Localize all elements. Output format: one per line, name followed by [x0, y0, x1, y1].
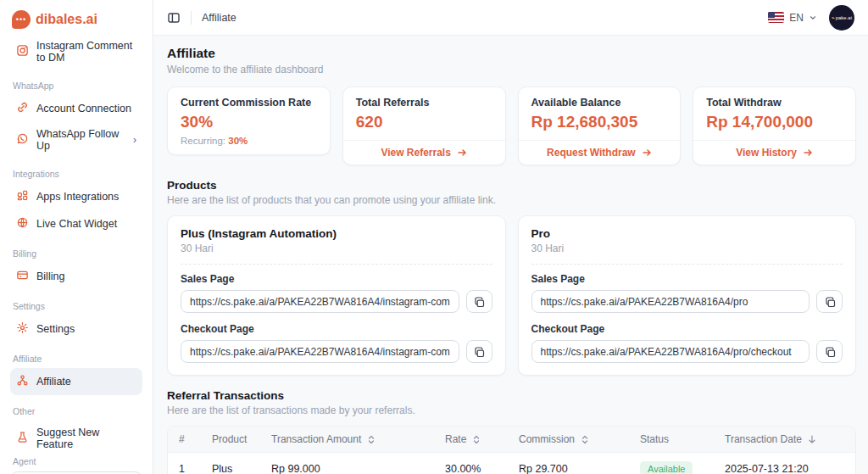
sidebar-item-label: Apps Integrations [36, 191, 119, 203]
stat-label: Total Withdraw [706, 97, 843, 109]
sidebar-item-label: WhatsApp Follow Up [36, 128, 125, 152]
checkout-page-url-input[interactable] [531, 340, 810, 363]
dashed-divider [181, 264, 492, 265]
sidebar-item-apps-integrations[interactable]: Apps Integrations [10, 183, 142, 210]
sidebar-section-integrations: Integrations [13, 169, 140, 179]
products-subtitle: Here are the list of products that you c… [167, 194, 856, 206]
table-row[interactable]: 1 Plus Rp 99.000 30.00% Rp 29.700 Availa… [168, 453, 855, 474]
dashed-divider [531, 264, 843, 265]
sort-icon[interactable] [580, 434, 590, 444]
sidebar-item-billing[interactable]: Billing [10, 263, 142, 290]
agent-label: Agent [13, 456, 140, 466]
sidebar-section-billing: Billing [13, 248, 140, 259]
chevron-right-icon: › [133, 135, 136, 145]
sidebar-item-label: Billing [36, 270, 64, 282]
view-referrals-link[interactable]: View Referrals [343, 140, 505, 165]
page-content: Affiliate Welcome to the affiliate dashb… [153, 36, 868, 474]
stat-value: 620 [356, 113, 492, 131]
arrow-right-icon [457, 148, 467, 158]
sales-page-url-input[interactable] [531, 290, 810, 313]
page-subtitle: Welcome to the affiliate dashboard [167, 64, 856, 75]
sales-page-label: Sales Page [181, 273, 492, 285]
link-icon [16, 101, 29, 116]
transactions-table: # Product Transaction Amount Rate Commis… [167, 426, 856, 474]
copy-button[interactable] [816, 340, 843, 363]
table-header-row: # Product Transaction Amount Rate Commis… [168, 427, 855, 453]
sort-desc-icon[interactable] [807, 434, 817, 444]
topbar-divider [191, 11, 192, 25]
product-card-plus: Plus (Instagram Automation) 30 Hari Sale… [167, 215, 506, 376]
sidebar-item-label: Instagram Comment to DM [36, 40, 136, 64]
copy-button[interactable] [466, 290, 492, 313]
agent-section: Agent Siska - Pake AI [10, 456, 142, 474]
request-withdraw-link[interactable]: Request Withdraw [519, 140, 681, 165]
col-header-num: # [168, 427, 203, 453]
product-duration: 30 Hari [531, 243, 843, 254]
sidebar-item-label: Settings [36, 323, 75, 335]
copy-button[interactable] [466, 340, 492, 363]
avatar[interactable]: ⌁pake.ai [829, 5, 854, 31]
sidebar-item-suggest-new-feature[interactable]: Suggest New Feature [10, 421, 142, 456]
col-header-rate: Rate [437, 427, 510, 453]
stat-card-balance: Available Balance Rp 12,680,305 Request … [518, 86, 682, 165]
checkout-page-label: Checkout Page [181, 323, 492, 335]
sales-page-label: Sales Page [531, 273, 843, 285]
sidebar-item-live-chat-widget[interactable]: Live Chat Widget [10, 210, 142, 237]
sidebar-item-label: Suggest New Feature [36, 427, 136, 450]
sidebar-section-affiliate: Affiliate [13, 354, 140, 364]
cell-amount: Rp 99.000 [263, 453, 437, 474]
sidebar-item-settings[interactable]: Settings [10, 315, 142, 343]
sort-icon[interactable] [366, 434, 376, 444]
breadcrumb: Affiliate [202, 12, 236, 24]
col-header-product: Product [203, 427, 263, 453]
stat-label: Current Commission Rate [181, 97, 317, 109]
sidebar-item-label: Account Connection [36, 103, 131, 114]
sidebar-toggle-button[interactable] [167, 11, 181, 25]
brand-logo-icon: ••• [12, 10, 31, 29]
sidebar-section-whatsapp: WhatsApp [13, 81, 140, 91]
chevron-down-icon [809, 14, 817, 22]
stat-card-withdraw: Total Withdraw Rp 14,700,000 View Histor… [693, 86, 856, 165]
sidebar-item-whatsapp-follow-up[interactable]: WhatsApp Follow Up › [10, 122, 142, 158]
cell-num: 1 [168, 453, 203, 474]
stat-label: Available Balance [531, 97, 668, 109]
cell-date: 2025-07-13 21:20 [716, 453, 855, 474]
cell-commission: Rp 29.700 [510, 453, 632, 474]
view-history-link[interactable]: View History [693, 140, 855, 165]
sales-page-url-input[interactable] [181, 290, 459, 313]
checkout-page-url-input[interactable] [181, 340, 459, 363]
transactions-subtitle: Here are the list of transactions made b… [167, 404, 856, 416]
gear-icon [16, 321, 29, 337]
stat-recurring: Recurring: 30% [181, 136, 317, 146]
products-title: Products [167, 179, 856, 192]
app-window: ••• dibales.ai Instagram Comment to DM W… [0, 0, 868, 474]
stat-value: Rp 14,700,000 [706, 113, 843, 131]
product-name: Plus (Instagram Automation) [181, 227, 492, 240]
brand-name: dibales.ai [36, 12, 97, 27]
col-header-amount: Transaction Amount [263, 427, 437, 453]
cell-status: Available [632, 453, 716, 474]
sidebar-item-affiliate[interactable]: Affiliate [10, 368, 142, 395]
main-area: Affiliate EN ⌁pake.ai Affiliate Welcome … [153, 0, 868, 474]
credit-card-icon [16, 269, 29, 284]
language-code: EN [789, 12, 804, 24]
sidebar-section-settings: Settings [13, 301, 140, 311]
stat-card-commission: Current Commission Rate 30% Recurring: 3… [167, 86, 331, 155]
network-icon [16, 374, 29, 389]
sidebar-item-instagram-comment-to-dm[interactable]: Instagram Comment to DM [10, 34, 142, 70]
arrow-right-icon [803, 148, 813, 158]
brand-logo[interactable]: ••• dibales.ai [10, 8, 142, 34]
col-header-commission: Commission [510, 427, 632, 453]
cell-rate: 30.00% [437, 453, 510, 474]
products-row: Plus (Instagram Automation) 30 Hari Sale… [167, 215, 856, 376]
checkout-page-label: Checkout Page [531, 323, 843, 335]
sidebar-item-account-connection[interactable]: Account Connection [10, 95, 142, 122]
cell-product: Plus [203, 453, 263, 474]
copy-button[interactable] [816, 290, 843, 313]
flask-icon [16, 431, 29, 446]
transactions-title: Referral Transactions [167, 389, 856, 402]
sort-icon[interactable] [471, 434, 481, 444]
language-selector[interactable]: EN [768, 12, 817, 24]
stat-cards-row: Current Commission Rate 30% Recurring: 3… [167, 86, 856, 165]
stat-value: Rp 12,680,305 [531, 113, 668, 131]
